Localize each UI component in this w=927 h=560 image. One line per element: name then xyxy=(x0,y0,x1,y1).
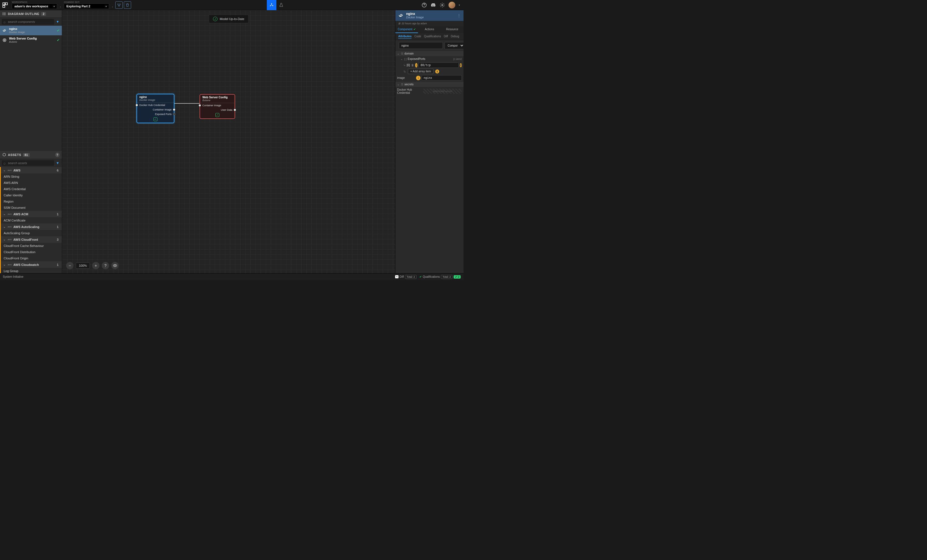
exposed-ports-section[interactable]: ⌄[ ]ExposedPorts(1 item) xyxy=(395,56,464,62)
merge-button[interactable] xyxy=(115,2,123,9)
zoom-in-button[interactable]: + xyxy=(92,262,99,269)
eye-button[interactable] xyxy=(111,262,119,269)
chevron-right-icon: › xyxy=(59,5,62,9)
left-sidebar: DIAGRAM OUTLINE 2 ▼ nginxDocker Image ✔ … xyxy=(0,10,62,273)
model-status-pill: ✓ Model Up-to-Date xyxy=(209,15,249,23)
svg-point-18 xyxy=(4,39,5,41)
domain-section[interactable]: ⌄☰domain xyxy=(395,51,464,56)
trash-icon[interactable]: 🗑 xyxy=(411,63,414,68)
canvas[interactable]: ✓ Model Up-to-Date nginxDocker Image Doc… xyxy=(62,10,395,273)
filter-icon[interactable]: ▼ xyxy=(55,161,60,165)
changeset-label: CHANGE SET: xyxy=(64,1,109,3)
svg-point-17 xyxy=(3,39,6,42)
model-mode-button[interactable] xyxy=(267,0,277,10)
docker-icon xyxy=(398,13,404,18)
asset-category[interactable]: ⌄awsAWS6 xyxy=(0,167,62,173)
help-button[interactable]: ? xyxy=(102,262,109,269)
check-icon: ✓ xyxy=(153,117,157,121)
user-avatar[interactable] xyxy=(448,2,455,9)
zoom-level: 100% xyxy=(76,263,90,269)
delete-button[interactable] xyxy=(124,2,131,9)
asset-item[interactable]: ARN String xyxy=(0,173,62,180)
help-icon[interactable]: ? xyxy=(55,153,60,157)
filter-icon[interactable]: ▼ xyxy=(55,20,60,24)
asset-item[interactable]: Log Group xyxy=(0,268,62,273)
outline-count-badge: 2 xyxy=(41,12,46,16)
asset-item[interactable]: Region xyxy=(0,198,62,205)
subtab-qualifications[interactable]: Qualifications xyxy=(424,34,441,39)
changeset-select[interactable]: Exploring Part 2 xyxy=(64,3,109,9)
svg-point-3 xyxy=(118,4,118,4)
output-port[interactable] xyxy=(234,109,236,111)
asset-category[interactable]: ⌄awsAWS Cloudwatch1 xyxy=(0,261,62,268)
cursor-icon[interactable]: 𝙸 xyxy=(415,63,418,68)
qualifications-status[interactable]: ✔ Qualifications Total: 2 ✔2 xyxy=(419,275,460,279)
subtab-attributes[interactable]: Attributes xyxy=(398,34,412,39)
asset-item[interactable]: CloudFront Distribution xyxy=(0,249,62,255)
input-port[interactable] xyxy=(136,104,138,106)
chevron-down-icon[interactable]: ⌄ xyxy=(400,58,403,61)
chevron-down-icon[interactable]: ⌄ xyxy=(397,83,400,86)
asset-item[interactable]: CloudFront Origin xyxy=(0,255,62,261)
check-icon: ✔ xyxy=(57,29,60,32)
secret-placeholder[interactable]: select/add secret xyxy=(423,89,462,94)
assets-title: ASSETS xyxy=(8,153,21,156)
workspace-select[interactable]: adam's dev workspace xyxy=(12,3,57,9)
chevron-down-icon[interactable]: ▾ xyxy=(459,4,460,6)
component-type-select[interactable]: Compon... xyxy=(445,42,464,49)
zoom-out-button[interactable]: − xyxy=(66,262,73,269)
tab-actions[interactable]: Actions xyxy=(418,26,441,33)
asset-category[interactable]: ⌄awsAWS CloudFront3 xyxy=(0,236,62,243)
subtab-diff[interactable]: Diff xyxy=(444,34,448,39)
asset-item[interactable]: AWS Credential xyxy=(0,186,62,192)
outline-item-nginx[interactable]: nginxDocker Image ✔ xyxy=(0,26,62,35)
subtab-debug[interactable]: Debug xyxy=(451,34,459,39)
svg-point-4 xyxy=(120,4,120,4)
output-port[interactable] xyxy=(173,113,175,115)
bottom-bar: System Initiative ~ Diff Total: 2 ✔ Qual… xyxy=(0,273,464,280)
diff-status[interactable]: ~ Diff Total: 2 xyxy=(395,275,416,279)
asset-category[interactable]: ⌄awsAWS ACM1 xyxy=(0,211,62,217)
image-label: image xyxy=(397,76,414,79)
object-icon: ☰ xyxy=(401,52,403,55)
credential-label: Docker Hub Credential xyxy=(397,88,421,94)
component-name-input[interactable] xyxy=(399,42,443,49)
port-value-input[interactable] xyxy=(419,62,459,68)
tab-resource[interactable]: Resource xyxy=(441,26,464,33)
array-icon: [ ] xyxy=(404,58,407,61)
image-value-input[interactable] xyxy=(422,75,462,80)
asset-item[interactable]: AutoScaling Group xyxy=(0,230,62,236)
check-icon: ✓ xyxy=(213,17,217,21)
tab-component[interactable]: Component✔ xyxy=(395,26,418,33)
output-port[interactable] xyxy=(173,108,175,111)
lab-mode-button[interactable] xyxy=(277,0,286,10)
asset-item[interactable]: CloudFront Cache Behaviour xyxy=(0,243,62,249)
input-port[interactable] xyxy=(199,104,201,106)
secrets-section[interactable]: ⌄☰secrets xyxy=(395,82,464,87)
check-icon: ✔ xyxy=(57,38,60,42)
inspector-panel: nginxDocker Image ⋮ ⊞22 hours ago by ada… xyxy=(395,10,464,273)
app-logo[interactable] xyxy=(0,0,10,10)
add-array-item-button[interactable]: + Add array item xyxy=(408,69,433,74)
subtab-code[interactable]: Code xyxy=(414,34,421,39)
check-icon: ✔ xyxy=(419,275,422,278)
outline-search-input[interactable] xyxy=(2,19,54,24)
discord-icon[interactable] xyxy=(430,2,436,8)
svg-point-6 xyxy=(271,3,272,4)
node-nginx[interactable]: nginxDocker Image Docker Hub Credential … xyxy=(137,94,175,123)
asset-item[interactable]: AWS ARN xyxy=(0,180,62,186)
cursor-icon[interactable]: 𝙸 xyxy=(416,76,421,80)
chevron-down-icon[interactable]: ⌄ xyxy=(397,52,400,55)
asset-item[interactable]: SSM Document xyxy=(0,205,62,211)
hexagon-icon xyxy=(2,153,6,157)
help-icon[interactable] xyxy=(421,2,427,8)
gear-icon[interactable] xyxy=(439,2,445,8)
outline-item-web-server-config[interactable]: Web Server ConfigButane ✔ xyxy=(0,35,62,45)
assets-search-input[interactable] xyxy=(2,160,54,166)
asset-item[interactable]: Caller Identity xyxy=(0,192,62,198)
more-icon[interactable]: ⋮ xyxy=(457,14,460,18)
asset-category[interactable]: ⌄awsAWS AutoScaling1 xyxy=(0,223,62,230)
node-web-server-config[interactable]: Web Server ConfigButane Container Image … xyxy=(199,94,235,119)
list-icon xyxy=(2,12,6,16)
asset-item[interactable]: ACM Certificate xyxy=(0,217,62,223)
